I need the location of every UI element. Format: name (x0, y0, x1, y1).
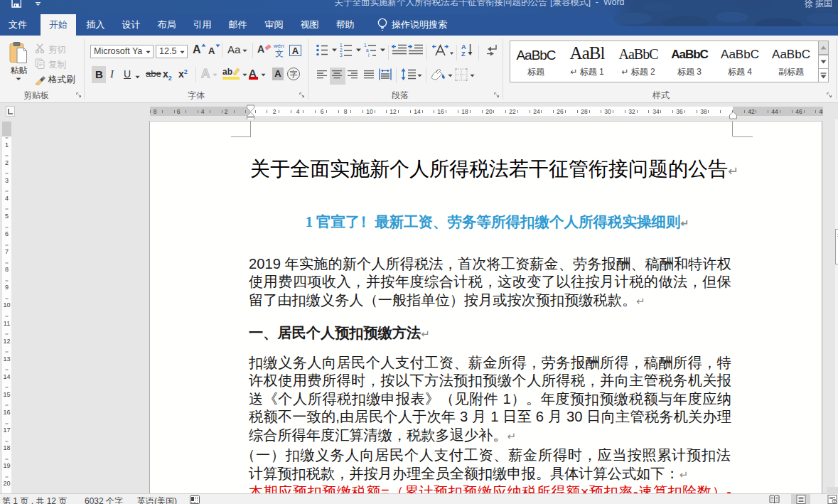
svg-text:a: a (366, 48, 369, 53)
svg-text:A: A (461, 43, 466, 50)
svg-text:2: 2 (340, 48, 343, 53)
svg-text:1: 1 (340, 43, 343, 48)
svg-text:1: 1 (364, 43, 367, 48)
svg-text:Z: Z (461, 50, 466, 57)
svg-text:i: i (368, 53, 369, 57)
svg-text:3: 3 (340, 53, 343, 57)
